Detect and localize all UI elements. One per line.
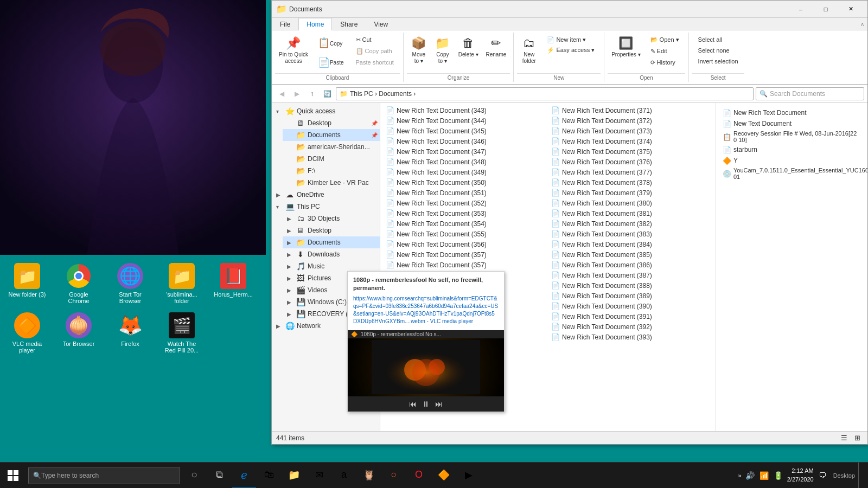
sidebar-item-onedrive[interactable]: ▶ ☁ OneDrive [272,189,380,201]
pin-to-quick-access-button[interactable]: 📌 Pin to Quickaccess [275,34,312,67]
file-item[interactable]: 📄New Rich Text Document (377) [548,167,713,177]
desktop-icon-new-folder[interactable]: 📁 New folder (3) [3,260,52,300]
tray-battery-icon[interactable]: 🔋 [773,470,784,481]
copy-button[interactable]: 📋 Copy [314,35,348,53]
rename-button[interactable]: ✏ Rename [482,34,510,61]
sidebar-item-dcim[interactable]: 📂 DCIM [283,153,380,165]
properties-button[interactable]: 🔲 Properties ▾ [608,34,644,61]
sidebar-item-kimber[interactable]: 📂 Kimber Lee - VR Pac [283,177,380,189]
right-file-item[interactable]: 📄 New Text Document [720,118,863,129]
up-button[interactable]: ↑ [305,87,318,100]
history-button[interactable]: ⟳ History [647,57,683,68]
edit-button[interactable]: ✎ Edit [647,46,683,56]
file-item[interactable]: 📄New Rich Text Document (351) [382,188,548,198]
right-file-item[interactable]: 📄 New Rich Text Document [720,107,863,118]
right-file-item[interactable]: 📄 starburn [720,144,863,155]
file-item[interactable]: 📄New Rich Text Document (347) [382,146,548,157]
sidebar-item-downloads[interactable]: ▶ ⬇ Downloads [283,248,380,260]
paste-shortcut-button[interactable]: Paste shortcut [352,57,398,67]
file-item[interactable]: 📄New Rich Text Document (387) [548,270,713,280]
cut-button[interactable]: ✂ Cut [352,35,398,45]
file-item[interactable]: 📄New Rich Text Document (376) [548,157,713,167]
tray-volume-icon[interactable]: 🔊 [745,470,756,481]
file-item[interactable]: 📄New Rich Text Document (353) [382,208,548,219]
new-item-button[interactable]: 📄 New item ▾ [543,35,598,45]
tab-share[interactable]: Share [332,18,366,30]
taskbar-origin-button[interactable]: ○ [382,463,406,489]
desktop-icon-watch[interactable]: 🎬 Watch TheRed Pill 20... [157,310,206,356]
file-item[interactable]: 📄New Rich Text Document (384) [548,239,713,249]
file-item[interactable]: 📄New Rich Text Document (382) [548,219,713,229]
right-file-item[interactable]: 🔶 Y [720,155,863,166]
file-item[interactable]: 📄New Rich Text Document (380) [548,198,713,208]
taskbar-file-explorer-button[interactable]: 📁 [282,463,306,489]
tray-overflow[interactable]: » [738,472,742,479]
taskbar-task-view-button[interactable]: ⧉ [207,463,231,489]
desktop-icon-tor2[interactable]: 🧅 Tor Browser [54,310,103,350]
forward-button[interactable]: ▶ [290,87,303,100]
file-item[interactable]: 📄New Rich Text Document (378) [548,177,713,188]
file-item[interactable]: 📄New Rich Text Document (385) [548,249,713,260]
select-none-button[interactable]: Select none [694,46,742,55]
taskbar-store-button[interactable]: 🛍 [257,463,281,489]
desktop-icon-pdf[interactable]: 📕 Horus_Herm... [209,260,258,300]
file-item[interactable]: 📄New Rich Text Document (344) [382,115,548,126]
tab-home[interactable]: Home [298,18,332,30]
copy-to-button[interactable]: 📁 Copyto ▾ [431,34,455,67]
large-icons-view-button[interactable]: ⊞ [851,432,863,444]
system-clock[interactable]: 2:12 AM 2/27/2020 [787,467,814,484]
file-item[interactable]: 📄New Rich Text Document (375) [548,146,713,157]
taskbar-opera-button[interactable]: O [407,463,431,489]
taskbar-tripadvisor-button[interactable]: 🦉 [357,463,381,489]
file-item[interactable]: 📄New Rich Text Document (392) [548,322,713,332]
sidebar-item-this-pc[interactable]: ▾ 💻 This PC [272,201,380,213]
file-item[interactable]: 📄New Rich Text Document (390) [548,301,713,311]
close-button[interactable]: ✕ [838,1,863,18]
invert-selection-button[interactable]: Invert selection [694,56,742,66]
tray-network-icon[interactable]: 📶 [759,470,770,481]
vlc-next-button[interactable]: ⏭ [435,400,443,408]
delete-button[interactable]: 🗑 Delete ▾ [455,34,482,61]
back-button[interactable]: ◀ [275,87,288,100]
desktop-label[interactable]: Desktop [833,472,855,479]
taskbar-mediamonkey-button[interactable]: ▶ [457,463,481,489]
move-to-button[interactable]: 📦 Moveto ▾ [407,34,431,67]
file-item[interactable]: 📄New Rich Text Document (357) [382,249,548,260]
file-item[interactable]: 📄New Rich Text Document (346) [382,136,548,146]
taskbar-mail-button[interactable]: ✉ [307,463,331,489]
easy-access-button[interactable]: ⚡ Easy access ▾ [543,45,598,55]
sidebar-item-documents[interactable]: 📁 Documents 📌 [283,129,380,141]
file-item[interactable]: 📄New Rich Text Document (379) [548,188,713,198]
desktop-icon-tor[interactable]: 🌐 Start TorBrowser [106,260,155,307]
file-item[interactable]: 📄New Rich Text Document (345) [382,126,548,136]
sidebar-item-quick-access[interactable]: ▾ ⭐ Quick access [272,105,380,117]
file-item[interactable]: 📄New Rich Text Document (374) [548,136,713,146]
sidebar-item-3d-objects[interactable]: ▶ 🗂 3D Objects [283,213,380,224]
file-item[interactable]: 📄New Rich Text Document (393) [548,332,713,342]
address-bar[interactable]: 📁 This PC › Documents › [336,87,754,100]
paste-button[interactable]: 📄 Paste [314,54,348,73]
tab-view[interactable]: View [366,18,396,30]
sidebar-item-desktop[interactable]: 🖥 Desktop 📌 [283,117,380,129]
details-view-button[interactable]: ☰ [838,432,850,444]
sidebar-item-f-drive[interactable]: 📂 F:\ [283,165,380,177]
right-file-item[interactable]: 💿 YouCam_7.0.1511.0_Essential_Essential_… [720,166,863,181]
file-item[interactable]: 📄New Rich Text Document (349) [382,167,548,177]
start-button[interactable] [0,463,26,489]
desktop-icon-firefox[interactable]: 🦊 Firefox [106,310,155,350]
file-item[interactable]: 📄New Rich Text Document (356) [382,239,548,249]
right-file-item[interactable]: 📋 Recovery Session File # Wed, 08-Jun-20… [720,129,863,144]
taskbar-amazon-button[interactable]: a [332,463,356,489]
desktop-icon-chrome[interactable]: GoogleChrome [54,260,103,307]
minimize-button[interactable]: – [788,1,813,18]
sidebar-item-music[interactable]: ▶ 🎵 Music [283,260,380,272]
taskbar-cortana-button[interactable]: ○ [182,463,206,489]
file-item[interactable]: 📄New Rich Text Document (350) [382,177,548,188]
sidebar-item-desktop-folder[interactable]: ▶ 🖥 Desktop [283,224,380,236]
copy-path-button[interactable]: 📋 Copy path [352,46,398,56]
file-item[interactable]: 📄New Rich Text Document (372) [548,115,713,126]
taskbar-search[interactable]: 🔍 Type here to search [28,467,180,484]
file-item[interactable]: 📄New Rich Text Document (391) [548,311,713,322]
search-box[interactable]: 🔍 Search Documents [756,87,864,100]
maximize-button[interactable]: □ [813,1,838,18]
